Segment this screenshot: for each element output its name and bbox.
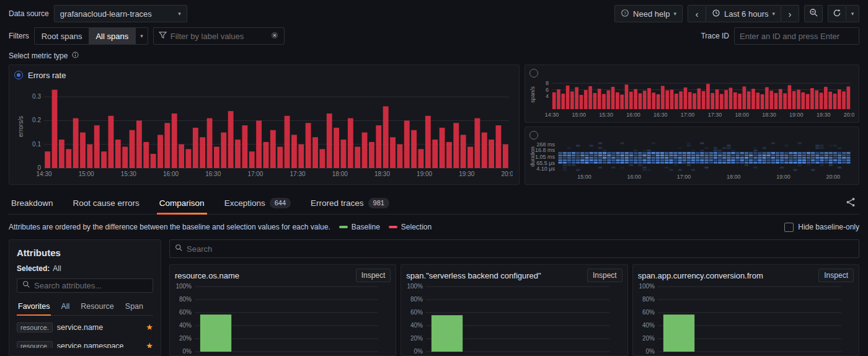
svg-text:1.05 ms: 1.05 ms xyxy=(535,154,556,160)
svg-text:16:00: 16:00 xyxy=(626,112,640,118)
svg-text:100%: 100% xyxy=(639,283,655,290)
svg-text:16:30: 16:30 xyxy=(653,112,668,118)
svg-text:20%: 20% xyxy=(410,335,423,342)
svg-text:17:30: 17:30 xyxy=(290,171,306,177)
panel-span-app-currency-conversion-from: span.app.currency.conversion.from Inspec… xyxy=(632,264,859,356)
inspect-button[interactable]: Inspect xyxy=(818,269,854,282)
share-icon xyxy=(846,197,856,209)
inspect-button[interactable]: Inspect xyxy=(587,269,622,282)
attributes-sidebar: Attributes Selected:All Favorites All Re… xyxy=(9,239,161,356)
attribute-name: service.name xyxy=(57,323,103,332)
funnel-icon xyxy=(159,31,167,41)
svg-text:16.8 ms: 16.8 ms xyxy=(535,147,556,153)
share-button[interactable] xyxy=(842,195,859,212)
svg-text:0.1: 0.1 xyxy=(32,141,41,148)
attribute-tabs: Favorites All Resource Span xyxy=(17,298,153,316)
svg-text:19:00: 19:00 xyxy=(776,174,790,180)
label-filter-inputbox xyxy=(153,27,285,45)
tab-errored-traces[interactable]: Errored traces981 xyxy=(308,192,392,215)
comparison-info-bar: Attributes are ordered by the difference… xyxy=(9,220,859,234)
need-help-button[interactable]: ? Need help ▾ xyxy=(614,5,683,22)
data-source-label: Data source xyxy=(9,9,49,18)
data-source-picker[interactable]: grafanacloud-learn-traces ▾ xyxy=(54,5,187,22)
time-range-picker[interactable]: Last 6 hours ▾ xyxy=(706,5,781,22)
metric-type-row: Select metric type xyxy=(9,51,859,61)
duration-radio[interactable] xyxy=(529,131,538,140)
need-help-label: Need help xyxy=(633,9,670,19)
span-rate-chart: span/s46814:3015:0015:3016:0016:3017:001… xyxy=(529,78,854,118)
favorite-star-icon[interactable]: ★ xyxy=(146,323,153,331)
favorite-star-icon[interactable]: ★ xyxy=(146,342,153,348)
zoom-out-time-button[interactable] xyxy=(804,5,823,22)
panel-title: resource.os.name xyxy=(175,271,239,280)
svg-text:100%: 100% xyxy=(175,283,192,290)
svg-text:19:00: 19:00 xyxy=(417,171,432,177)
svg-text:80%: 80% xyxy=(179,296,192,303)
attribute-search-input[interactable] xyxy=(34,281,148,290)
panel-title: span."serverless backend configured" xyxy=(406,271,541,280)
chevron-down-icon: ▾ xyxy=(140,33,143,39)
legend-selection: Selection xyxy=(389,223,432,231)
chevron-down-icon: ▾ xyxy=(178,11,181,17)
info-icon[interactable] xyxy=(71,51,79,61)
svg-text:40%: 40% xyxy=(410,322,423,329)
attribute-list: resource. service.name ★ resource. servi… xyxy=(17,318,153,348)
time-shift-back-button[interactable]: ‹ xyxy=(688,5,706,22)
attr-tab-resource[interactable]: Resource xyxy=(79,298,115,315)
selected-scope-row: Selected:All xyxy=(17,264,153,273)
hide-baseline-only-checkbox[interactable] xyxy=(784,223,794,232)
question-circle-icon: ? xyxy=(621,9,629,19)
errors-rate-chart: errors/s00.10.20.314:3015:0015:3016:0016… xyxy=(14,81,513,179)
errors-rate-panel[interactable]: Errors rate errors/s00.10.20.314:3015:00… xyxy=(9,65,520,185)
tab-breakdown[interactable]: Breakdown xyxy=(9,192,56,215)
value-search-input[interactable] xyxy=(187,244,854,254)
trace-id-input[interactable] xyxy=(740,32,854,41)
scope-option-all-spans[interactable]: All spans xyxy=(89,28,135,44)
attribute-search-box xyxy=(17,278,153,293)
svg-text:15:30: 15:30 xyxy=(599,112,613,118)
refresh-button[interactable] xyxy=(828,5,846,22)
clear-filter-icon[interactable] xyxy=(270,31,279,42)
svg-text:16:00: 16:00 xyxy=(627,174,641,180)
errors-rate-radio[interactable] xyxy=(14,71,23,79)
svg-text:15:00: 15:00 xyxy=(79,171,94,177)
top-toolbar: Data source grafanacloud-learn-traces ▾ … xyxy=(9,4,859,24)
tab-root-cause-errors[interactable]: Root cause errors xyxy=(71,192,142,215)
metric-charts-row: Errors rate errors/s00.10.20.314:3015:00… xyxy=(9,65,859,185)
tab-exceptions[interactable]: Exceptions644 xyxy=(222,192,293,215)
attr-tab-all[interactable]: All xyxy=(60,298,71,315)
attr-tab-span[interactable]: Span xyxy=(124,298,144,315)
zoom-out-icon xyxy=(809,8,818,19)
svg-text:15:00: 15:00 xyxy=(572,112,587,118)
inspect-button[interactable]: Inspect xyxy=(356,269,391,282)
errored-traces-count-badge: 981 xyxy=(368,198,389,208)
attribute-item-service-name[interactable]: resource. service.name ★ xyxy=(17,318,153,337)
attribute-value-chart: 0%20%40%60%80%100% xyxy=(170,283,384,355)
svg-text:60%: 60% xyxy=(179,309,192,316)
tab-comparison[interactable]: Comparison xyxy=(157,192,207,215)
label-filter-input[interactable] xyxy=(170,32,267,41)
time-shift-forward-button[interactable]: › xyxy=(781,5,799,22)
duration-panel[interactable]: duration268 ms16.8 ms1.05 ms65.5 µs4.10 … xyxy=(525,127,859,185)
attr-tab-favorites[interactable]: Favorites xyxy=(17,298,51,315)
chevron-right-icon: › xyxy=(789,9,792,19)
scope-options-dropdown[interactable]: ▾ xyxy=(135,28,148,44)
trace-id-label: Trace ID xyxy=(701,32,729,40)
svg-text:17:00: 17:00 xyxy=(677,174,691,180)
svg-text:80%: 80% xyxy=(642,296,655,303)
span-rate-radio[interactable] xyxy=(529,69,538,78)
selected-value: All xyxy=(53,264,61,273)
svg-text:20%: 20% xyxy=(179,335,192,342)
span-rate-panel[interactable]: span/s46814:3015:0015:3016:0016:3017:001… xyxy=(525,65,859,123)
svg-text:19:00: 19:00 xyxy=(789,112,804,118)
duration-heatmap-chart: duration268 ms16.8 ms1.05 ms65.5 µs4.10 … xyxy=(529,140,854,180)
chevron-down-icon: ▾ xyxy=(851,11,854,17)
svg-text:17:00: 17:00 xyxy=(681,112,695,118)
attribute-value-chart: 0%20%40%60%80%100% xyxy=(401,283,616,355)
value-search-box xyxy=(169,239,859,258)
selection-legend-label: Selection xyxy=(401,223,432,231)
attribute-item-service-namespace[interactable]: resource. service.namespace ★ xyxy=(17,337,153,348)
scope-option-root-spans[interactable]: Root spans xyxy=(35,28,89,44)
search-icon xyxy=(22,280,30,290)
refresh-interval-dropdown[interactable]: ▾ xyxy=(846,5,859,22)
